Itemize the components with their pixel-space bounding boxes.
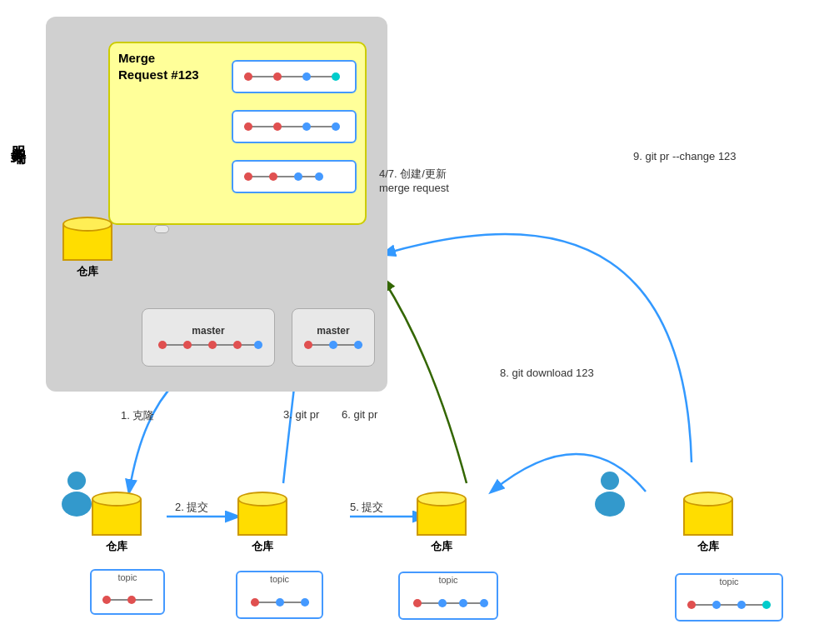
server-box: Merge Request #123	[46, 17, 387, 392]
topic-1-label: topic	[92, 572, 163, 582]
person-right	[592, 471, 629, 527]
git-pr-6-label: 6. git pr	[342, 408, 377, 421]
server-repo: 仓库	[62, 217, 112, 279]
commit2-label: 5. 提交	[350, 500, 383, 515]
repo-3-label: 仓库	[431, 539, 452, 554]
git-pr-change-label: 9. git pr --change 123	[633, 150, 737, 162]
topic-box-2: topic	[236, 571, 323, 619]
topic-box-1: topic	[90, 569, 165, 615]
topic-2-label: topic	[237, 574, 322, 584]
svg-point-1	[62, 492, 92, 517]
master-label-short: master	[317, 325, 349, 337]
topic-branch-2	[232, 110, 357, 143]
topic-box-3: topic	[398, 572, 498, 620]
commit1-label: 2. 提交	[175, 500, 208, 515]
topic-3-label: topic	[400, 575, 497, 585]
create-mr-label: 4/7. 创建/更新 merge request	[379, 167, 449, 194]
topic-branch-3	[232, 160, 357, 193]
repo-1-label: 仓库	[106, 539, 127, 554]
git-download-label: 8. git download 123	[500, 367, 594, 379]
person-left	[58, 471, 96, 527]
topic-box-4: topic	[675, 573, 783, 622]
server-label: 服务端	[8, 133, 28, 138]
svg-point-3	[595, 492, 625, 517]
clone-label: 1. 克隆	[121, 408, 154, 423]
repo-4-label: 仓库	[697, 539, 719, 554]
repo-3: 仓库	[417, 492, 467, 554]
repo-1: 仓库	[92, 492, 142, 554]
topic-branch-1	[232, 60, 357, 93]
master-branch-long: master	[142, 308, 275, 367]
repo-2-label: 仓库	[252, 539, 273, 554]
repo-2: 仓库	[237, 492, 287, 554]
topic-4-label: topic	[677, 577, 782, 587]
repo-4: 仓库	[683, 492, 733, 554]
server-repo-label: 仓库	[77, 264, 98, 279]
merge-request-box: Merge Request #123	[108, 42, 367, 225]
merge-mr-label	[154, 225, 169, 233]
svg-point-2	[601, 472, 619, 490]
master-label-long: master	[192, 325, 224, 337]
diagram-container: 服务端 Merge Request #123	[0, 0, 814, 644]
git-pr-3-label: 3. git pr	[283, 408, 319, 421]
merge-request-title: Merge Request #123	[118, 50, 199, 82]
master-branch-short: master	[292, 308, 375, 367]
svg-point-0	[67, 472, 86, 490]
